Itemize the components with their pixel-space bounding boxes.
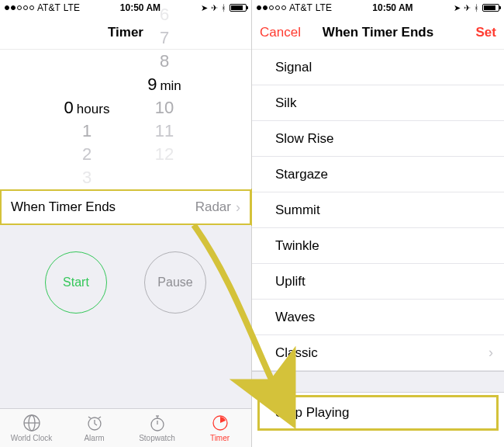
tab-bar: World Clock Alarm Stopwatch Timer — [0, 408, 251, 447]
pause-label: Pause — [157, 275, 192, 289]
svg-line-6 — [88, 417, 91, 418]
svg-line-7 — [98, 417, 101, 418]
picker-row: 10 — [129, 96, 199, 120]
cell-value: Radar — [195, 199, 231, 215]
network-label: LTE — [64, 2, 80, 13]
sound-label: Slow Rise — [275, 131, 334, 147]
sound-label: Silk — [275, 95, 296, 111]
bluetooth-icon: ᚼ — [474, 4, 479, 12]
sound-label: Twinkle — [275, 238, 319, 254]
set-button[interactable]: Set — [476, 16, 496, 50]
sound-picker-screen: AT&T LTE 10:50 AM ➤ ✈ ᚼ Cancel When Time… — [252, 0, 504, 447]
carrier-label: AT&T — [289, 2, 312, 13]
minutes-wheel[interactable]: 6 7 8 9min 10 11 12 — [129, 73, 199, 166]
signal-dots-icon — [257, 5, 286, 10]
picker-row: 3 — [52, 166, 122, 189]
svg-line-5 — [95, 424, 97, 425]
tab-label: Stopwatch — [139, 434, 175, 442]
section-gap — [252, 371, 504, 393]
statusbar-time: 10:50 AM — [372, 2, 413, 13]
pause-button[interactable]: Pause — [144, 251, 206, 314]
location-icon: ➤ — [454, 4, 461, 12]
sound-option[interactable]: Stargaze — [252, 157, 504, 192]
picker-row-selected: 0hours — [52, 96, 122, 120]
picker-row: 1 — [52, 120, 122, 143]
chevron-right-icon: › — [236, 199, 240, 216]
tab-label: Timer — [210, 434, 230, 442]
picker-row — [52, 50, 122, 73]
sound-option[interactable]: Silk — [252, 85, 504, 121]
network-label: LTE — [316, 2, 332, 13]
picker-row: 6 — [129, 3, 199, 26]
globe-icon — [22, 414, 41, 432]
navbar: Timer — [0, 16, 251, 50]
tab-timer[interactable]: Timer — [188, 409, 251, 447]
timer-screen: AT&T LTE 10:50 AM ➤ ✈ ᚼ Timer 0hours 1 — [0, 0, 252, 447]
navbar: Cancel When Timer Ends Set — [252, 16, 504, 50]
signal-dots-icon — [5, 5, 34, 10]
chevron-right-icon: › — [488, 345, 493, 361]
bluetooth-icon: ᚼ — [221, 4, 226, 12]
airplane-icon: ✈ — [464, 4, 471, 12]
sound-label: Stargaze — [275, 167, 328, 182]
picker-row: 12 — [129, 143, 199, 166]
sounds-list[interactable]: Signal Silk Slow Rise Stargaze Summit Tw… — [252, 50, 504, 447]
alarm-icon — [85, 414, 104, 432]
when-timer-ends-cell[interactable]: When Timer Ends Radar › — [0, 189, 251, 225]
timer-controls: Start Pause — [0, 225, 251, 408]
timer-icon — [211, 414, 230, 432]
cell-label: When Timer Ends — [11, 199, 195, 215]
status-bar: AT&T LTE 10:50 AM ➤ ✈ ᚼ — [252, 0, 504, 16]
sound-option-classic[interactable]: Classic › — [252, 335, 504, 371]
sound-label: Uplift — [275, 274, 306, 289]
sound-label: Classic — [275, 345, 318, 361]
sound-option[interactable]: Slow Rise — [252, 121, 504, 157]
picker-row: 8 — [129, 50, 199, 73]
start-button[interactable]: Start — [45, 251, 107, 314]
airplane-icon: ✈ — [211, 4, 218, 12]
picker-row-selected: 9min — [129, 73, 199, 96]
sound-option[interactable]: Summit — [252, 192, 504, 228]
tab-label: Alarm — [84, 434, 104, 442]
stopwatch-icon — [148, 414, 167, 432]
sound-label: Signal — [275, 60, 312, 75]
sound-option[interactable]: Uplift — [252, 264, 504, 300]
picker-row: 7 — [129, 26, 199, 50]
time-picker[interactable]: 0hours 1 2 3 6 7 8 9min 10 11 12 — [0, 50, 251, 189]
carrier-label: AT&T — [37, 2, 60, 13]
sound-option[interactable]: Signal — [252, 50, 504, 85]
stop-playing-option[interactable]: Stop Playing — [258, 396, 498, 430]
tab-world-clock[interactable]: World Clock — [0, 409, 63, 447]
sound-option[interactable]: Waves — [252, 300, 504, 335]
tab-alarm[interactable]: Alarm — [63, 409, 126, 447]
tab-stopwatch[interactable]: Stopwatch — [126, 409, 188, 447]
page-title: When Timer Ends — [323, 25, 433, 40]
start-label: Start — [63, 275, 89, 289]
stop-playing-label: Stop Playing — [275, 405, 349, 421]
tab-label: World Clock — [11, 434, 53, 442]
location-icon: ➤ — [201, 4, 208, 12]
battery-icon — [482, 4, 499, 12]
hours-wheel[interactable]: 0hours 1 2 3 — [52, 50, 122, 189]
sound-option[interactable]: Twinkle — [252, 228, 504, 264]
picker-row — [52, 73, 122, 96]
cancel-button[interactable]: Cancel — [260, 16, 301, 50]
status-bar: AT&T LTE 10:50 AM ➤ ✈ ᚼ — [0, 0, 251, 16]
battery-icon — [230, 4, 247, 12]
picker-row: 2 — [52, 143, 122, 166]
sound-label: Summit — [275, 203, 320, 218]
sound-label: Waves — [275, 310, 315, 325]
picker-row: 11 — [129, 120, 199, 143]
